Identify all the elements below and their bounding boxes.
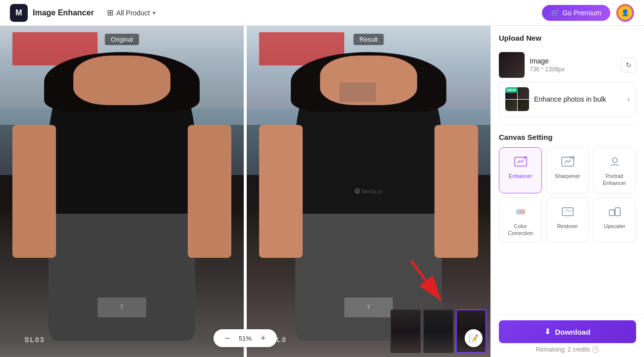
- person-left-arm: [12, 125, 56, 257]
- upload-size: 736 * 1308px: [530, 66, 616, 73]
- tool-color-correction[interactable]: Color Correction: [499, 197, 542, 243]
- sharpener-label: Sharpener: [555, 173, 580, 179]
- app-header: M Image Enhancer ⊞ All Product ▾ 🛒 Go Pr…: [0, 0, 644, 26]
- enhancer-icon: AI: [513, 154, 529, 170]
- color-correction-label: Color Correction: [503, 223, 537, 237]
- notes-icon: 📝: [469, 334, 479, 343]
- tool-sharpener[interactable]: HD Sharpener: [546, 147, 589, 193]
- result-panel: Result T SL0 🅜 Media.io: [247, 26, 490, 357]
- original-panel: Original: [0, 26, 244, 357]
- image-panels: Original: [0, 26, 490, 357]
- result-label: Result: [354, 34, 384, 45]
- bulk-enhance-card[interactable]: NEW Enhance photos in bulk ›: [499, 82, 636, 117]
- color-correction-icon: [513, 204, 529, 220]
- avatar-inner: 👤: [618, 6, 632, 20]
- thumbnail-1[interactable]: [390, 309, 421, 353]
- right-sidebar: Upload New Image 736 * 1308px ↻ NEW: [490, 26, 644, 357]
- main-content: Original: [0, 26, 644, 357]
- grid-icon: ⊞: [107, 8, 113, 17]
- replace-image-button[interactable]: ↻: [621, 58, 636, 72]
- help-icon[interactable]: ?: [592, 346, 599, 353]
- person-face: [73, 56, 171, 105]
- svg-rect-9: [562, 208, 573, 216]
- bulk-grid-cell-3: [505, 100, 517, 112]
- upload-card: Image 736 * 1308px ↻: [499, 48, 636, 82]
- car-text: SL03: [24, 336, 45, 344]
- app-title: Image Enhancer: [33, 8, 94, 17]
- tool-portrait-enhancer[interactable]: Portrait Enhancer: [593, 147, 636, 193]
- bulk-arrow-icon: ›: [627, 95, 630, 104]
- all-product-button[interactable]: ⊞ All Product ▾: [102, 5, 161, 20]
- original-label: Original: [105, 34, 139, 45]
- download-section: ⬇ Download Remaining: 2 credits ?: [491, 314, 644, 357]
- thumb-img-2: [424, 310, 453, 352]
- watermark: 🅜 Media.io: [355, 188, 382, 194]
- zoom-controls: − 51% +: [214, 329, 277, 347]
- svg-rect-11: [615, 208, 620, 216]
- zoom-value: 51%: [237, 335, 253, 342]
- zoom-out-button[interactable]: −: [221, 332, 233, 344]
- upload-section-title: Upload New: [499, 34, 636, 42]
- bulk-thumbnail: NEW: [505, 87, 529, 111]
- restorer-icon: [560, 204, 576, 220]
- go-premium-button[interactable]: 🛒 Go Premium: [542, 5, 610, 21]
- canvas-area: Original: [0, 26, 490, 357]
- portrait-enhancer-label: Portrait Enhancer: [597, 173, 632, 187]
- sharpener-icon: HD: [560, 154, 576, 170]
- portrait-enhancer-icon: [607, 154, 623, 170]
- svg-text:HD: HD: [570, 156, 575, 159]
- logo-icon: M: [10, 4, 28, 22]
- chevron-down-icon: ▾: [153, 9, 156, 16]
- canvas-tools-grid: AI Enhancer HD Sharpener: [499, 147, 636, 243]
- new-badge: NEW: [505, 87, 518, 93]
- logo-area: M Image Enhancer: [10, 4, 94, 22]
- zoom-in-button[interactable]: +: [257, 332, 269, 344]
- panel-divider: [244, 26, 247, 357]
- svg-text:AI: AI: [524, 156, 527, 159]
- canvas-section: Canvas Setting AI Enhancer: [491, 125, 644, 251]
- result-car-logo: T: [344, 298, 393, 317]
- result-left-arm: [259, 125, 303, 257]
- notes-button[interactable]: 📝: [465, 329, 483, 347]
- svg-point-8: [520, 209, 526, 215]
- original-photo: T SL03: [0, 26, 244, 357]
- thumb-img-1: [391, 310, 420, 352]
- svg-point-6: [612, 158, 617, 163]
- credits-text: Remaining: 2 credits ?: [499, 346, 636, 353]
- car-logo: T: [98, 298, 146, 317]
- download-button[interactable]: ⬇ Download: [499, 320, 636, 343]
- download-icon: ⬇: [544, 327, 551, 336]
- thumbnail-2[interactable]: [423, 309, 454, 353]
- replace-icon: ↻: [626, 61, 632, 69]
- tool-enhancer[interactable]: AI Enhancer: [499, 147, 542, 193]
- bulk-grid-cell-2: [518, 87, 530, 99]
- cart-icon: 🛒: [551, 9, 559, 17]
- avatar[interactable]: 👤: [616, 4, 634, 22]
- bulk-enhance-label: Enhance photos in bulk: [534, 95, 622, 103]
- canvas-section-title: Canvas Setting: [499, 133, 636, 141]
- upload-thumbnail: [499, 52, 525, 78]
- bulk-grid-cell-4: [518, 100, 530, 112]
- result-face-detail: [339, 82, 376, 102]
- restorer-label: Restorer: [557, 223, 578, 230]
- upload-info: Image 736 * 1308px: [530, 57, 616, 73]
- tool-upscaler[interactable]: Upscaler: [593, 197, 636, 243]
- header-right: 🛒 Go Premium 👤: [542, 4, 634, 22]
- upscaler-icon: [607, 204, 623, 220]
- result-right-arm: [434, 125, 479, 257]
- all-product-label: All Product: [116, 9, 150, 17]
- enhancer-label: Enhancer: [509, 173, 532, 179]
- upload-filename: Image: [530, 57, 616, 65]
- sidebar-spacer: [491, 251, 644, 314]
- result-photo: T SL0 🅜 Media.io: [247, 26, 490, 357]
- tool-restorer[interactable]: Restorer: [546, 197, 589, 243]
- upload-thumb-img: [499, 52, 525, 78]
- upscaler-label: Upscaler: [604, 223, 625, 230]
- upload-section: Upload New Image 736 * 1308px ↻ NEW: [491, 26, 644, 124]
- person-right-arm: [188, 125, 232, 257]
